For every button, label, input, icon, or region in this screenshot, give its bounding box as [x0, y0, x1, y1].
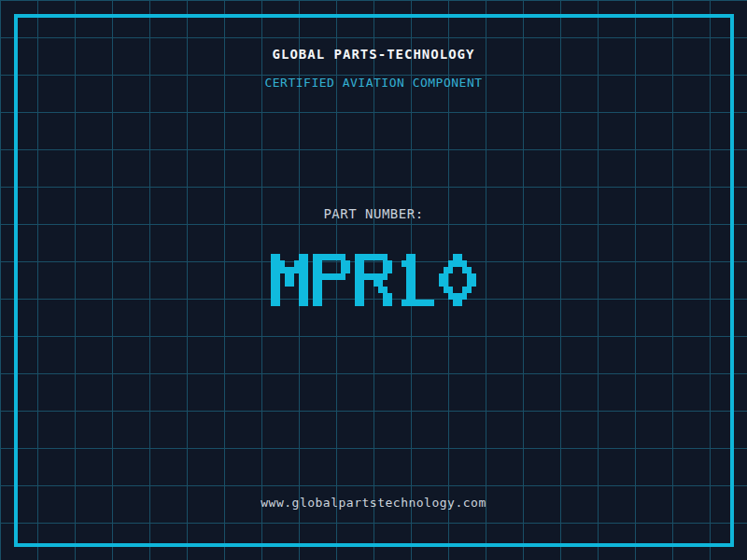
website-url: www.globalpartstechnology.com — [0, 496, 747, 510]
company-title: GLOBAL PARTS-TECHNOLOGY — [0, 47, 747, 62]
certification-subtitle: CERTIFIED AVIATION COMPONENT — [0, 76, 747, 90]
component-placard: GLOBAL PARTS-TECHNOLOGY CERTIFIED AVIATI… — [0, 0, 747, 560]
part-number-pixel-text — [271, 254, 476, 306]
part-number-label: PART NUMBER: — [0, 206, 747, 221]
